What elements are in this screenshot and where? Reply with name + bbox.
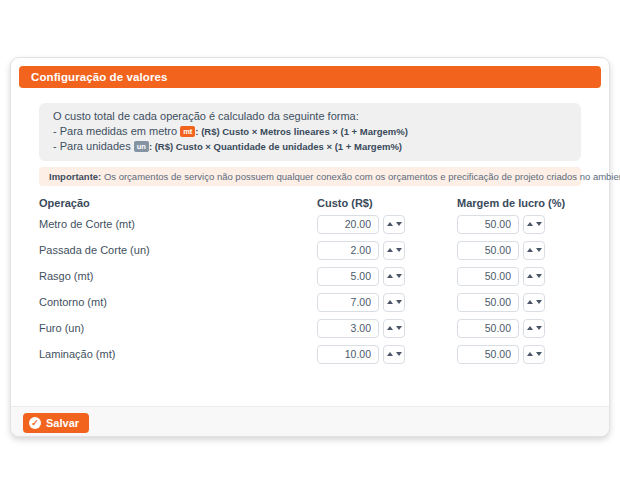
step-down-icon[interactable]	[536, 352, 542, 356]
important-label: Importante:	[49, 171, 101, 182]
margem-input[interactable]	[457, 293, 519, 312]
margem-input[interactable]	[457, 345, 519, 364]
custo-field-group	[317, 293, 407, 312]
mt-badge-icon: mt	[180, 126, 195, 137]
margem-stepper[interactable]	[523, 215, 545, 234]
operation-label: Passada de Corte (un)	[39, 244, 317, 256]
table-row: Furo (un)	[39, 315, 581, 341]
step-down-icon[interactable]	[536, 274, 542, 278]
margem-field-group	[457, 267, 549, 286]
step-up-icon[interactable]	[527, 326, 533, 330]
step-up-icon[interactable]	[387, 352, 393, 356]
important-notice: Importante: Os orçamentos de serviço não…	[39, 167, 581, 186]
custo-stepper[interactable]	[383, 319, 405, 338]
step-up-icon[interactable]	[527, 300, 533, 304]
custo-input[interactable]	[317, 215, 379, 234]
formula-metro-prefix: - Para medidas em metro	[53, 125, 180, 137]
custo-field-group	[317, 345, 407, 364]
column-header-custo: Custo (R$)	[317, 197, 407, 209]
table-row: Passada de Corte (un)	[39, 237, 581, 263]
column-header-operacao: Operação	[39, 197, 317, 209]
config-values-panel: Configuração de valores O custo total de…	[10, 57, 610, 437]
save-button[interactable]: ✓Salvar	[23, 413, 89, 433]
step-down-icon[interactable]	[396, 222, 402, 226]
custo-stepper[interactable]	[383, 215, 405, 234]
margem-stepper[interactable]	[523, 241, 545, 260]
table-header-row: Operação Custo (R$) Margem de lucro (%)	[39, 195, 581, 211]
custo-stepper[interactable]	[383, 241, 405, 260]
custo-input[interactable]	[317, 293, 379, 312]
step-down-icon[interactable]	[396, 274, 402, 278]
custo-field-group	[317, 267, 407, 286]
custo-stepper[interactable]	[383, 267, 405, 286]
margem-stepper[interactable]	[523, 293, 545, 312]
margem-field-group	[457, 215, 549, 234]
custo-input[interactable]	[317, 319, 379, 338]
custo-field-group	[317, 241, 407, 260]
step-down-icon[interactable]	[396, 352, 402, 356]
formula-metro-line: - Para medidas em metro mt: (R$) Custo ×…	[53, 124, 567, 139]
margem-field-group	[457, 293, 549, 312]
margem-stepper[interactable]	[523, 319, 545, 338]
margem-stepper[interactable]	[523, 345, 545, 364]
margem-field-group	[457, 319, 549, 338]
custo-field-group	[317, 319, 407, 338]
formula-unidade-prefix: - Para unidades	[53, 140, 134, 152]
custo-input[interactable]	[317, 345, 379, 364]
step-down-icon[interactable]	[536, 326, 542, 330]
margem-field-group	[457, 241, 549, 260]
formula-metro-text: : (R$) Custo × Metros lineares × (1 + Ma…	[195, 126, 408, 137]
un-badge-icon: un	[134, 141, 149, 152]
step-up-icon[interactable]	[387, 326, 393, 330]
operation-label: Laminação (mt)	[39, 348, 317, 360]
margem-stepper[interactable]	[523, 267, 545, 286]
custo-field-group	[317, 215, 407, 234]
custo-input[interactable]	[317, 267, 379, 286]
formula-unidade-text: : (R$) Custo × Quantidade de unidades × …	[149, 141, 402, 152]
step-down-icon[interactable]	[536, 222, 542, 226]
custo-input[interactable]	[317, 241, 379, 260]
table-row: Laminação (mt)	[39, 341, 581, 367]
margem-input[interactable]	[457, 267, 519, 286]
step-up-icon[interactable]	[527, 248, 533, 252]
panel-footer: ✓Salvar	[11, 406, 609, 436]
step-up-icon[interactable]	[387, 222, 393, 226]
table-row: Rasgo (mt)	[39, 263, 581, 289]
step-down-icon[interactable]	[536, 248, 542, 252]
margem-input[interactable]	[457, 215, 519, 234]
table-row: Metro de Corte (mt)	[39, 211, 581, 237]
custo-stepper[interactable]	[383, 293, 405, 312]
step-down-icon[interactable]	[396, 300, 402, 304]
margem-input[interactable]	[457, 319, 519, 338]
step-up-icon[interactable]	[387, 274, 393, 278]
column-header-margem: Margem de lucro (%)	[457, 197, 549, 209]
step-up-icon[interactable]	[387, 300, 393, 304]
step-down-icon[interactable]	[396, 248, 402, 252]
formula-unidade-line: - Para unidades un: (R$) Custo × Quantid…	[53, 139, 567, 154]
important-text: Os orçamentos de serviço não possuem qua…	[101, 171, 620, 182]
margem-input[interactable]	[457, 241, 519, 260]
step-down-icon[interactable]	[536, 300, 542, 304]
formula-intro: O custo total de cada operação é calcula…	[53, 109, 567, 124]
check-circle-icon: ✓	[29, 417, 41, 429]
table-row: Contorno (mt)	[39, 289, 581, 315]
step-up-icon[interactable]	[527, 352, 533, 356]
operation-label: Rasgo (mt)	[39, 270, 317, 282]
panel-body: O custo total de cada operação é calcula…	[11, 96, 609, 367]
save-button-label: Salvar	[46, 417, 79, 429]
formula-info-box: O custo total de cada operação é calcula…	[39, 103, 581, 161]
step-up-icon[interactable]	[387, 248, 393, 252]
step-up-icon[interactable]	[527, 222, 533, 226]
step-down-icon[interactable]	[396, 326, 402, 330]
margem-field-group	[457, 345, 549, 364]
operation-label: Metro de Corte (mt)	[39, 218, 317, 230]
custo-stepper[interactable]	[383, 345, 405, 364]
operation-label: Furo (un)	[39, 322, 317, 334]
operation-label: Contorno (mt)	[39, 296, 317, 308]
step-up-icon[interactable]	[527, 274, 533, 278]
panel-title: Configuração de valores	[19, 66, 601, 88]
